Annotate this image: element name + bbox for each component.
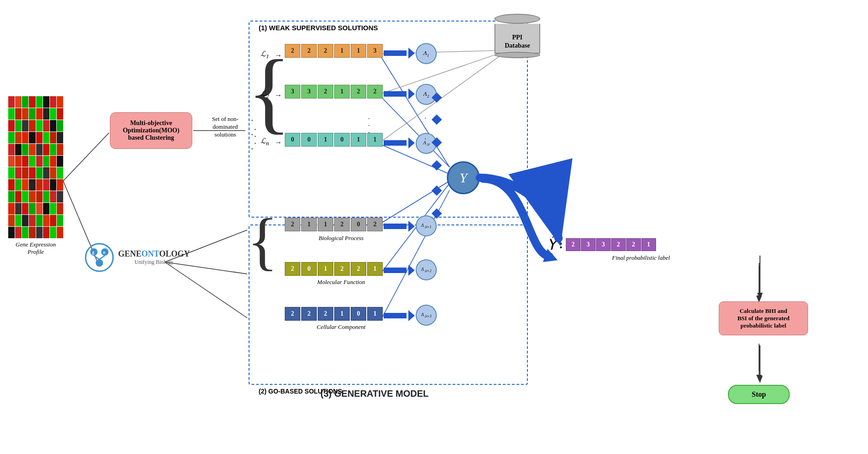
seq-mol-cell6: 1 xyxy=(367,262,383,276)
ppi-database: PPI Database xyxy=(494,14,540,58)
seq-mol: 2 0 1 2 2 1 xyxy=(285,262,383,276)
lambda-D3: Λ𝒟+3 xyxy=(416,305,437,326)
arrow-L2 xyxy=(384,88,415,99)
go-icon: g o xyxy=(85,243,114,273)
seq-bio-cell6: 2 xyxy=(367,218,383,231)
final-cell-3: 3 xyxy=(596,238,611,251)
moo-box: Multi-objective Optimization(MOO) based … xyxy=(110,112,192,149)
lambda-D2: Λ𝒟+2 xyxy=(416,259,437,280)
seq-cell-cell1: 2 xyxy=(285,307,300,321)
section-generative-model: (3) GENERATIVE MODEL xyxy=(320,388,429,399)
ndom-label: Set of non- dominated solutions xyxy=(207,115,244,139)
ppi-title: PPI xyxy=(512,34,523,41)
ppi-subtitle: Database xyxy=(505,42,530,49)
lambda-2: Λ2 xyxy=(416,84,437,105)
seq-mol-cell4: 2 xyxy=(334,262,350,276)
mol-function-label: Molecular Function xyxy=(295,279,387,286)
heatmap: Gene Expression Profile xyxy=(8,96,63,252)
stop-label: Stop xyxy=(752,390,766,398)
ology-text: OLOGY xyxy=(159,249,190,258)
moo-label: Multi-objective Optimization(MOO) based … xyxy=(123,120,179,142)
svg-marker-26 xyxy=(756,375,762,381)
arrow-cell xyxy=(384,310,415,321)
final-cell-5: 2 xyxy=(626,238,641,251)
arrow-Ln xyxy=(384,137,415,148)
y-tilde-label: Ỹ xyxy=(547,236,556,253)
arrow-mol xyxy=(384,265,415,276)
svg-line-33 xyxy=(94,256,99,259)
seq-bio-cell4: 2 xyxy=(334,218,350,231)
seq-bio: 2 1 1 2 0 2 xyxy=(285,218,383,231)
final-cell-4: 2 xyxy=(611,238,626,251)
bio-process-label: Biological Process xyxy=(295,235,387,242)
y-tilde-colon: : xyxy=(559,238,563,252)
seq-bio-cell2: 1 xyxy=(301,218,317,231)
final-cell-2: 3 xyxy=(581,238,596,251)
y-circle: Y xyxy=(447,161,480,194)
dots-lambdas: ··· xyxy=(424,114,426,144)
seq-mol-cell2: 0 xyxy=(301,262,317,276)
dashed-box-go xyxy=(249,224,528,385)
final-seq: 2 3 3 2 2 1 xyxy=(566,238,656,251)
svg-line-34 xyxy=(99,256,105,259)
svg-point-29 xyxy=(86,244,113,271)
svg-point-32 xyxy=(96,259,103,267)
cylinder-top xyxy=(494,14,540,24)
go-curly-brace: { xyxy=(247,209,278,273)
calc-label: Calculate BHI and BSI of the generated p… xyxy=(738,307,790,329)
svg-text:g: g xyxy=(92,250,94,255)
seq-cell-cell4: 1 xyxy=(334,307,350,321)
seq-cell-cell2: 2 xyxy=(301,307,317,321)
seq-cell-cell3: 2 xyxy=(318,307,333,321)
seq-cell: 2 2 2 1 0 1 xyxy=(285,307,383,321)
seq-mol-cell3: 1 xyxy=(318,262,333,276)
seq-bio-cell1: 2 xyxy=(285,218,300,231)
unifying-bio: Unifying Biology xyxy=(118,259,190,266)
gene-text: GENE xyxy=(118,249,141,258)
seq-cell-cell6: 1 xyxy=(367,307,383,321)
lambda-1: Λ1 xyxy=(416,43,437,64)
section-weak-supervised: (1) WEAK SUPERVISED SOLUTIONS xyxy=(259,24,378,32)
dots-sequences: ··· xyxy=(251,114,254,156)
seq-bio-cell3: 1 xyxy=(318,218,333,231)
calc-to-stop-arrow xyxy=(753,345,767,389)
cylinder-body: PPI Database xyxy=(494,24,540,54)
diagram-container: · · · · · · xyxy=(0,0,868,454)
arrow-L1 xyxy=(384,48,415,59)
gene-expression-label: Gene Expression Profile xyxy=(8,241,63,256)
ont-text: ONT xyxy=(141,249,159,258)
lambda-D1: Λ𝒟+1 xyxy=(416,215,437,236)
stop-box: Stop xyxy=(728,385,790,404)
seq-mol-cell1: 2 xyxy=(285,262,300,276)
final-probabilistic-label: Final probabilistic label xyxy=(600,254,682,262)
arrow-bio xyxy=(384,221,415,232)
y-tilde-section: Ỹ : 2 3 3 2 2 1 xyxy=(547,236,656,253)
go-container: g o GENEONTOLOGY Unifying Biology xyxy=(85,243,190,273)
svg-text:o: o xyxy=(103,250,105,255)
seq-mol-cell5: 2 xyxy=(351,262,366,276)
seq-bio-cell5: 0 xyxy=(351,218,366,231)
cell-component-label: Cellular Component xyxy=(295,323,387,331)
ytilde-to-calc-arrow xyxy=(753,256,767,306)
seq-cell-cell5: 0 xyxy=(351,307,366,321)
final-cell-1: 2 xyxy=(566,238,580,251)
heatmap-grid xyxy=(8,96,63,238)
final-cell-6: 1 xyxy=(641,238,656,251)
y-label: Y xyxy=(460,170,467,186)
svg-line-0 xyxy=(63,133,109,181)
cylinder-bottom xyxy=(494,52,540,58)
calc-bhi-box: Calculate BHI and BSI of the generated p… xyxy=(719,301,808,335)
